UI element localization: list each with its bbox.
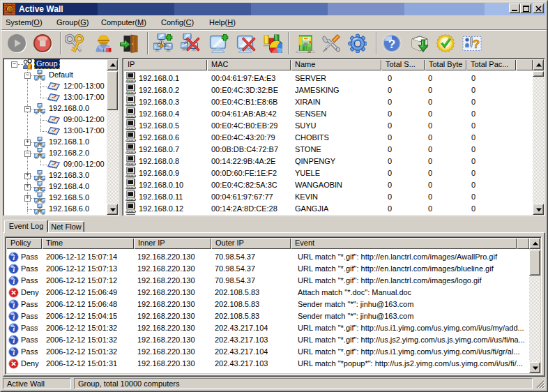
svg-text:?: ? (388, 38, 395, 51)
svg-text:?: ? (473, 38, 480, 51)
svg-text:@: @ (8, 6, 12, 14)
